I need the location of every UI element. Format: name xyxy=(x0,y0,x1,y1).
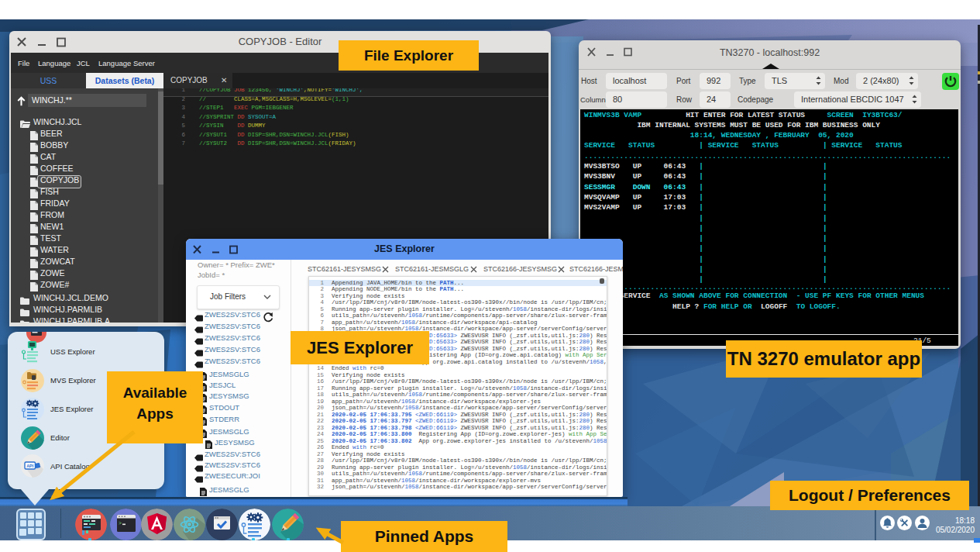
svg-text:>: > xyxy=(119,521,122,526)
svg-text:API: API xyxy=(26,464,33,468)
